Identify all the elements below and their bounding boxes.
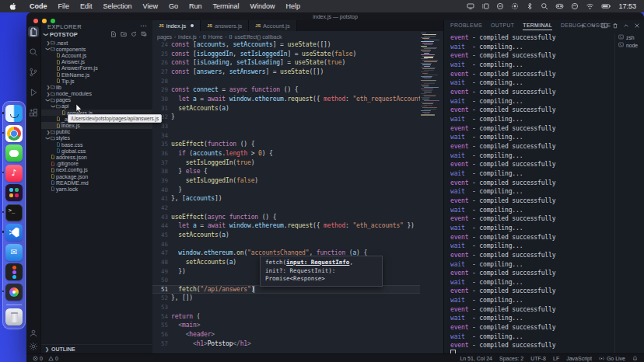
- panel-tab-terminal[interactable]: TERMINAL: [523, 23, 552, 30]
- tree-file-index-js[interactable]: index.js: [41, 122, 153, 128]
- outline-section[interactable]: ❯ OUTLINE: [41, 344, 153, 353]
- close-window-button[interactable]: [33, 19, 38, 23]
- maximize-window-button[interactable]: [51, 19, 55, 23]
- collapse-all-icon[interactable]: [141, 31, 147, 37]
- tree-file-account-js[interactable]: Account.js: [41, 52, 153, 58]
- terminal-instance-zsh[interactable]: zsh: [615, 33, 644, 41]
- tree-folder-api[interactable]: ❯api: [41, 103, 153, 110]
- window-title-bar[interactable]: index.js — potstop: [26, 12, 644, 20]
- new-file-icon[interactable]: [110, 31, 117, 37]
- tree-file-global-css[interactable]: global.css: [41, 148, 153, 154]
- workspace-section-header[interactable]: ❯ POTSTOP: [41, 30, 153, 38]
- tree-folder-styles[interactable]: ❯styles: [41, 135, 153, 141]
- dock-item-chrome[interactable]: [5, 125, 23, 142]
- close-icon[interactable]: [634, 23, 640, 29]
- wifi-icon[interactable]: [586, 2, 594, 10]
- activity-source-control-icon[interactable]: [28, 67, 39, 78]
- indentation[interactable]: Spaces: 2: [499, 356, 523, 361]
- chevron-up-icon[interactable]: [623, 23, 629, 29]
- tree-folder-lib[interactable]: ❯lib: [41, 84, 153, 90]
- tree-folder--next[interactable]: ❯.next: [41, 40, 153, 46]
- activity-search-icon[interactable]: [28, 47, 39, 57]
- breadcrumb-item[interactable]: index.js: [178, 34, 197, 40]
- tree-file-next-config-js[interactable]: next.config.js: [41, 167, 153, 173]
- terminal-instance-node[interactable]: node: [615, 41, 644, 49]
- screen-record-icon[interactable]: [511, 2, 519, 10]
- tree-file-ethname-js[interactable]: EthName.js: [41, 71, 153, 78]
- search-icon[interactable]: [541, 2, 548, 10]
- stage-manager-icon[interactable]: [481, 2, 489, 10]
- tree-folder-node-modules[interactable]: ❯node_modules: [41, 91, 153, 97]
- warnings-indicator[interactable]: 0: [48, 356, 58, 361]
- language-mode[interactable]: JavaScript: [566, 356, 592, 361]
- tree-file-package-json[interactable]: package.json: [41, 173, 153, 179]
- dock-item-figma[interactable]: [5, 263, 23, 280]
- panel-tab-problems[interactable]: PROBLEMS: [450, 23, 482, 30]
- menu-run[interactable]: Run: [184, 2, 208, 10]
- bell-icon[interactable]: [632, 356, 638, 361]
- tree-file--gitignore[interactable]: .gitignore: [41, 161, 153, 167]
- dock-item-music[interactable]: ♪: [5, 165, 23, 182]
- dock-item-messages[interactable]: [5, 144, 23, 162]
- minimize-window-button[interactable]: [42, 19, 47, 23]
- tree-folder-public[interactable]: ❯public: [41, 129, 153, 135]
- dock-item-photo-booth[interactable]: [5, 284, 23, 301]
- tree-file-answer-js[interactable]: Answer.js: [41, 59, 153, 65]
- dock-item-finder[interactable]: [5, 105, 23, 122]
- control-center-icon[interactable]: [555, 2, 564, 10]
- split-terminal-icon[interactable]: [601, 23, 607, 29]
- tab-index-js[interactable]: JSindex.js: [152, 20, 201, 31]
- activity-account-icon[interactable]: [28, 328, 39, 339]
- menu-code[interactable]: Code: [24, 2, 53, 10]
- plus-icon[interactable]: [579, 23, 586, 29]
- display-icon[interactable]: [467, 2, 474, 10]
- chevron-down-icon[interactable]: [590, 23, 597, 29]
- cursor-position[interactable]: Ln 51, Col 24: [460, 356, 492, 361]
- activity-run-debug-icon[interactable]: [28, 87, 39, 98]
- menu-view[interactable]: View: [138, 2, 163, 10]
- breadcrumb-item[interactable]: Home: [208, 34, 223, 40]
- encoding[interactable]: UTF-8: [530, 356, 546, 361]
- breadcrumb[interactable]: pages›index.js›{}Home›{}useEffect() call…: [157, 33, 282, 40]
- tree-file-answerform-js[interactable]: AnswerForm.js: [41, 65, 153, 71]
- tree-file-yarn-lock[interactable]: yarn.lock: [41, 186, 153, 192]
- refresh-icon[interactable]: [131, 31, 137, 37]
- menu-terminal[interactable]: Terminal: [207, 2, 244, 10]
- menu-file[interactable]: File: [53, 2, 75, 10]
- tab-answers-js[interactable]: JSanswers.js: [201, 20, 249, 31]
- go-live-button[interactable]: Go Live: [599, 356, 625, 361]
- dock-item-slack[interactable]: [5, 184, 23, 201]
- tree-file-tip-js[interactable]: Tip.js: [41, 78, 153, 84]
- menu-edit[interactable]: Edit: [75, 2, 98, 10]
- tree-file-address-json[interactable]: address.json: [41, 154, 153, 160]
- battery-icon[interactable]: [601, 2, 611, 10]
- new-folder-icon[interactable]: [121, 31, 127, 37]
- errors-indicator[interactable]: 0: [33, 356, 43, 361]
- menu-window[interactable]: Window: [244, 2, 280, 10]
- eol-sequence[interactable]: LF: [553, 356, 559, 361]
- tree-file-readme-md[interactable]: README.md: [41, 179, 153, 186]
- tree-folder-pages[interactable]: ❯pages: [41, 97, 153, 103]
- bluetooth-icon[interactable]: [526, 2, 534, 10]
- breadcrumb-item[interactable]: useEffect() callback: [235, 34, 282, 40]
- panel-tab-output[interactable]: OUTPUT: [491, 23, 514, 30]
- trash-icon[interactable]: [612, 23, 618, 29]
- minimap[interactable]: [420, 33, 440, 118]
- dock-item-trash[interactable]: [5, 308, 23, 325]
- menu-help[interactable]: Help: [280, 2, 306, 10]
- apple-menu-icon[interactable]: [9, 2, 16, 11]
- code-area[interactable]: 24const [accounts, setAccounts] = useSta…: [152, 40, 443, 354]
- activity-settings-icon[interactable]: [28, 341, 39, 352]
- siri-icon[interactable]: [571, 2, 579, 10]
- breadcrumb-item[interactable]: pages: [157, 34, 172, 40]
- dock-item-terminal[interactable]: >_: [5, 204, 23, 221]
- tree-folder-components[interactable]: ❯components: [41, 46, 153, 52]
- activity-explorer-icon[interactable]: [28, 26, 39, 37]
- more-actions-icon[interactable]: ⋯: [140, 22, 147, 30]
- menu-selection[interactable]: Selection: [98, 2, 138, 10]
- dock-item-vscode[interactable]: [5, 224, 23, 241]
- menu-go[interactable]: Go: [163, 2, 184, 10]
- activity-extensions-icon[interactable]: [28, 107, 39, 118]
- tab-Account-js[interactable]: JSAccount.js: [249, 20, 296, 31]
- dock-item-mail[interactable]: ✉: [5, 244, 23, 261]
